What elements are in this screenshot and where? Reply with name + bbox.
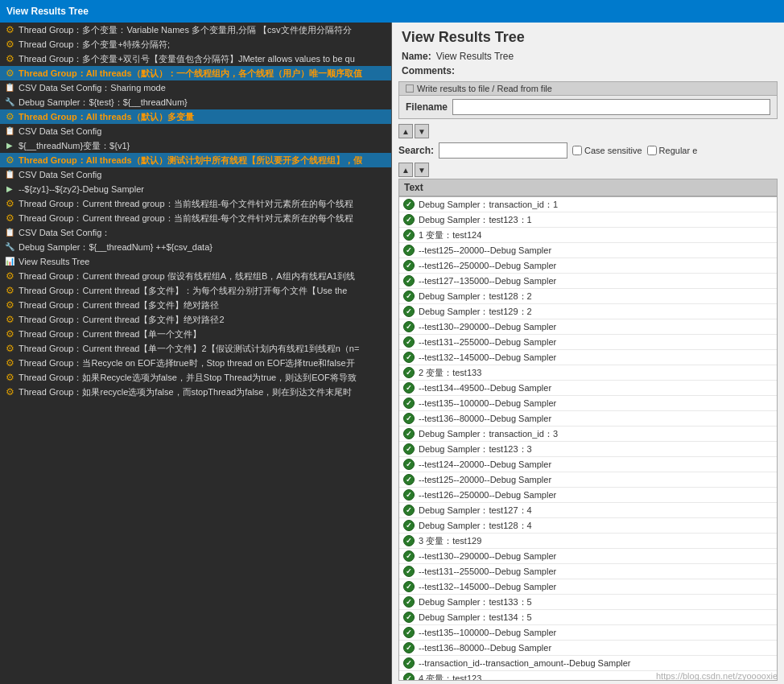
result-text: --test125--20000--Debug Sampler — [419, 245, 551, 255]
filename-input[interactable] — [452, 99, 770, 115]
tree-item[interactable]: ⚙Thread Group：Current thread【单一个文件】2【假设测… — [0, 341, 391, 356]
result-item[interactable]: ✓Debug Sampler：transaction_id：3 — [399, 426, 777, 442]
tree-item[interactable]: 📋CSV Data Set Config：Sharing mode — [0, 80, 391, 95]
tree-item-icon: ⚙ — [3, 299, 16, 311]
tree-item[interactable]: 📋CSV Data Set Config — [0, 124, 391, 138]
comments-label: Comments: — [392, 64, 784, 78]
result-item[interactable]: ✓--test127--135000--Debug Sampler — [399, 274, 777, 289]
result-item[interactable]: ✓1 变量：test124 — [399, 228, 777, 243]
tree-item-icon: 🔧 — [3, 241, 16, 253]
tree-item-label: Thread Group：All threads（默认）：一个线程组内，各个线程… — [19, 67, 362, 80]
tree-item[interactable]: ⚙Thread Group：多个变量+特殊分隔符; — [0, 37, 391, 52]
result-check-icon: ✓ — [402, 229, 415, 241]
tree-item[interactable]: 🔧Debug Sampler：${__threadNum} ++${csv_da… — [0, 240, 391, 254]
tree-item-icon: ⚙ — [3, 356, 16, 369]
result-item[interactable]: ✓Debug Sampler：test123：1 — [399, 212, 777, 228]
result-item[interactable]: ✓Debug Sampler：test134：5 — [399, 610, 777, 625]
arrow-down-btn-2[interactable]: ▼ — [415, 163, 429, 177]
tree-item[interactable]: 📋CSV Data Set Config — [0, 167, 391, 182]
tree-item-label: Thread Group：Current thread【多文件】：为每个线程分别… — [19, 284, 347, 297]
result-item[interactable]: ✓Debug Sampler：test127：4 — [399, 503, 777, 518]
title-bar-label: View Results Tree — [6, 6, 89, 17]
result-item[interactable]: ✓Debug Sampler：test128：2 — [399, 289, 777, 304]
tree-item-icon: ▶ — [3, 183, 16, 196]
result-item[interactable]: ✓--test132--145000--Debug Sampler — [399, 350, 777, 365]
result-text: --test126--250000--Debug Sampler — [419, 261, 556, 270]
arrow-up-btn[interactable]: ▲ — [398, 124, 413, 138]
tree-item-icon: ⚙ — [3, 67, 16, 80]
result-item[interactable]: ✓3 变量：test129 — [399, 534, 777, 549]
result-item[interactable]: ✓--test126--250000--Debug Sampler — [399, 488, 777, 503]
result-item[interactable]: ✓--test131--255000--Debug Sampler — [399, 564, 777, 579]
tree-item[interactable]: ⚙Thread Group：多个变量：Variable Names 多个变量用,… — [0, 23, 391, 37]
result-item[interactable]: ✓--test125--20000--Debug Sampler — [399, 472, 777, 488]
result-item[interactable]: ✓--test124--20000--Debug Sampler — [399, 457, 777, 472]
result-check-icon: ✓ — [402, 305, 415, 318]
search-input[interactable] — [439, 142, 567, 159]
tree-item-label: CSV Data Set Config — [19, 168, 101, 181]
tree-item[interactable]: ⚙Thread Group：Current thread【多文件】绝对路径2 — [0, 312, 391, 327]
result-item[interactable]: ✓2 变量：test133 — [399, 365, 777, 381]
result-item[interactable]: ✓Debug Sampler：test129：2 — [399, 304, 777, 319]
tree-item[interactable]: ⚙Thread Group：Current thread【多文件】：为每个线程分… — [0, 283, 391, 298]
tree-item[interactable]: ⚙Thread Group：Current thread【单一个文件】 — [0, 327, 391, 341]
result-item[interactable]: ✓4 变量：test123 — [399, 671, 777, 681]
tree-item[interactable]: ▶${__threadNum}变量：${v1} — [0, 138, 391, 153]
search-label: Search: — [398, 145, 434, 156]
tree-item[interactable]: 🔧Debug Sampler：${test}：${__threadNum} — [0, 95, 391, 109]
result-check-icon: ✓ — [402, 473, 415, 486]
tree-item[interactable]: ⚙Thread Group：Current thread group：当前线程组… — [0, 211, 391, 225]
tree-item[interactable]: ⚙Thread Group：当Recycle on EOF选择true时，Sto… — [0, 356, 391, 370]
tree-item[interactable]: ⚙Thread Group：多个变量+双引号【变量值包含分隔符】JMeter a… — [0, 52, 391, 66]
tree-item[interactable]: ⚙Thread Group：如果Recycle选项为false，并且Stop T… — [0, 370, 391, 385]
tree-item-icon: ⚙ — [3, 197, 16, 210]
result-item[interactable]: ✓Debug Sampler：transaction_id：1 — [399, 197, 777, 212]
result-check-icon: ✓ — [402, 336, 415, 348]
tree-item[interactable]: ⚙Thread Group：Current thread group 假设有线程… — [0, 269, 391, 283]
result-item[interactable]: ✓--transaction_id--transaction_amount--D… — [399, 656, 777, 671]
result-item[interactable]: ✓--test135--100000--Debug Sampler — [399, 396, 777, 411]
result-check-icon: ✓ — [402, 657, 415, 670]
tree-item[interactable]: ⚙Thread Group：如果recycle选项为false，而stopThr… — [0, 385, 391, 399]
arrow-buttons-2: ▲ ▼ — [392, 161, 784, 179]
result-text: --test132--145000--Debug Sampler — [419, 352, 556, 362]
regular-expr-checkbox[interactable] — [647, 146, 657, 155]
tree-item[interactable]: ⚙Thread Group：All threads（默认）多变量 — [0, 109, 391, 124]
result-item[interactable]: ✓Debug Sampler：test123：3 — [399, 442, 777, 457]
tree-item[interactable]: 📋CSV Data Set Config： — [0, 225, 391, 240]
tree-item[interactable]: 📊View Results Tree — [0, 254, 391, 269]
results-list[interactable]: ✓Debug Sampler：transaction_id：1✓Debug Sa… — [398, 196, 778, 681]
result-item[interactable]: ✓--test130--290000--Debug Sampler — [399, 319, 777, 335]
tree-item[interactable]: ⚙Thread Group：All threads（默认）：一个线程组内，各个线… — [0, 66, 391, 80]
result-text: 3 变量：test129 — [419, 535, 481, 547]
result-item[interactable]: ✓--test132--145000--Debug Sampler — [399, 579, 777, 595]
arrow-buttons-1: ▲ ▼ — [392, 122, 784, 140]
tree-item[interactable]: ⚙Thread Group：Current thread group：当前线程组… — [0, 196, 391, 211]
result-item[interactable]: ✓--test125--20000--Debug Sampler — [399, 243, 777, 258]
result-text: --test124--20000--Debug Sampler — [419, 459, 551, 469]
tree-item[interactable]: ▶--${zy1}--${zy2}-Debug Sampler — [0, 182, 391, 196]
case-sensitive-label: Case sensitive — [584, 146, 642, 155]
result-check-icon: ✓ — [402, 458, 415, 471]
result-item[interactable]: ✓Debug Sampler：test128：4 — [399, 518, 777, 534]
result-item[interactable]: ✓--test130--290000--Debug Sampler — [399, 549, 777, 564]
result-check-icon: ✓ — [402, 565, 415, 578]
result-item[interactable]: ✓Debug Sampler：test133：5 — [399, 595, 777, 610]
tree-item-icon: ▶ — [3, 139, 16, 152]
tree-item-label: Thread Group：Current thread【单一个文件】2【假设测试… — [19, 342, 359, 355]
result-check-icon: ✓ — [402, 274, 415, 287]
tree-item-icon: 🔧 — [3, 96, 16, 109]
result-item[interactable]: ✓--test136--80000--Debug Sampler — [399, 411, 777, 426]
result-item[interactable]: ✓--test131--255000--Debug Sampler — [399, 335, 777, 350]
result-item[interactable]: ✓--test135--100000--Debug Sampler — [399, 625, 777, 641]
tree-item-icon: ⚙ — [3, 385, 16, 398]
tree-item[interactable]: ⚙Thread Group：Current thread【多文件】绝对路径 — [0, 298, 391, 312]
arrow-down-btn[interactable]: ▼ — [415, 124, 429, 138]
arrow-up-btn-2[interactable]: ▲ — [398, 163, 413, 177]
result-item[interactable]: ✓--test136--80000--Debug Sampler — [399, 641, 777, 656]
case-sensitive-checkbox[interactable] — [572, 146, 582, 155]
result-item[interactable]: ✓--test126--250000--Debug Sampler — [399, 258, 777, 274]
result-item[interactable]: ✓--test134--49500--Debug Sampler — [399, 381, 777, 396]
tree-item[interactable]: ⚙Thread Group：All threads（默认）测试计划中所有线程【所… — [0, 153, 391, 167]
result-check-icon: ✓ — [402, 381, 415, 394]
